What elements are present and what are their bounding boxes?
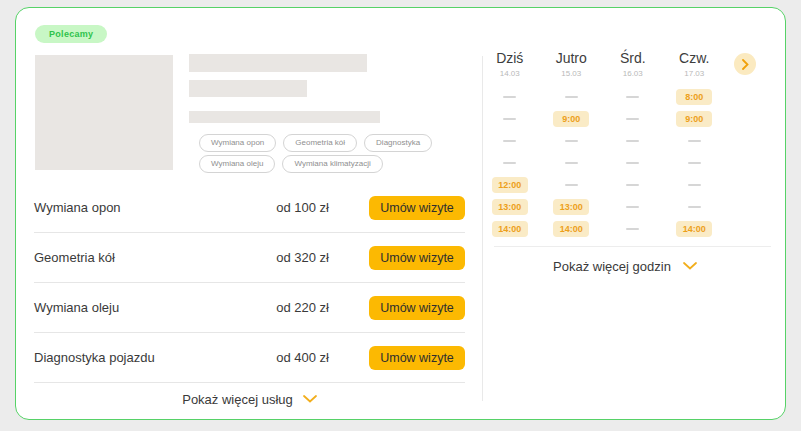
service-tags: Wymiana opon Geometria kół Diagnostyka W…: [199, 134, 459, 173]
service-row: Wymiana opon od 100 zł Umów wizyte: [34, 183, 465, 233]
time-slot[interactable]: 14:00: [553, 221, 589, 237]
time-slot: [602, 152, 664, 174]
chevron-right-icon: [742, 59, 749, 70]
service-price: od 220 zł: [237, 300, 329, 315]
time-slot: [664, 196, 726, 218]
day-header-today: Dziś 14.03: [479, 50, 541, 78]
day-date: 15.03: [541, 69, 603, 78]
time-slot: [479, 152, 541, 174]
time-slot[interactable]: 14:00: [676, 221, 712, 237]
recommended-badge: Polecamy: [35, 25, 107, 43]
time-slot: [541, 152, 603, 174]
tag-wymiana-klimatyzacji: Wymiana klimatyzacji: [282, 155, 382, 173]
calendar-day-headers: Dziś 14.03 Jutro 15.03 Śrd. 16.03 Czw. 1…: [479, 50, 725, 78]
workshop-card: Polecamy Wymiana opon Geometria kół Diag…: [15, 7, 786, 420]
time-slot: [541, 174, 603, 196]
time-slot[interactable]: 14:00: [492, 221, 528, 237]
tag-wymiana-oleju: Wymiana oleju: [199, 155, 275, 173]
time-slot[interactable]: 9:00: [676, 111, 712, 127]
day-date: 16.03: [602, 69, 664, 78]
book-visit-button[interactable]: Umów wizyte: [369, 246, 465, 270]
next-days-button[interactable]: [734, 53, 756, 75]
services-list: Wymiana opon od 100 zł Umów wizyte Geome…: [34, 183, 465, 415]
workshop-address-placeholder: [189, 111, 380, 123]
time-slot-grid: 8:009:009:0012:0013:0013:0014:0014:0014:…: [479, 86, 725, 240]
service-name: Wymiana oleju: [34, 300, 237, 315]
service-price: od 320 zł: [237, 250, 329, 265]
time-slot: [479, 108, 541, 130]
time-slot[interactable]: 8:00: [676, 89, 712, 105]
service-name: Diagnostyka pojazdu: [34, 350, 237, 365]
time-slot[interactable]: 13:00: [553, 199, 589, 215]
service-price: od 100 zł: [237, 200, 329, 215]
day-header-tomorrow: Jutro 15.03: [541, 50, 603, 78]
show-more-hours-button[interactable]: Pokaż więcej godzin: [479, 252, 771, 280]
day-date: 14.03: [479, 69, 541, 78]
hours-divider: [494, 246, 771, 247]
day-header-thu: Czw. 17.03: [664, 50, 726, 78]
tag-wymiana-opon: Wymiana opon: [199, 134, 276, 152]
time-slot[interactable]: 9:00: [553, 111, 589, 127]
time-slot: [602, 86, 664, 108]
show-more-services-button[interactable]: Pokaż więcej usług: [34, 383, 465, 415]
book-visit-button[interactable]: Umów wizyte: [369, 346, 465, 370]
time-slot: [541, 86, 603, 108]
service-row: Geometria kół od 320 zł Umów wizyte: [34, 233, 465, 283]
time-slot[interactable]: 12:00: [492, 177, 528, 193]
day-date: 17.03: [664, 69, 726, 78]
workshop-photo-placeholder: [35, 55, 173, 170]
day-label: Jutro: [541, 50, 603, 66]
workshop-title-placeholder: [189, 54, 367, 72]
time-slot: [602, 196, 664, 218]
day-label: Czw.: [664, 50, 726, 66]
show-more-services-label: Pokaż więcej usług: [182, 392, 293, 407]
book-visit-button[interactable]: Umów wizyte: [369, 196, 465, 220]
time-slot: [664, 174, 726, 196]
tag-diagnostyka: Diagnostyka: [364, 134, 432, 152]
time-slot: [664, 130, 726, 152]
workshop-subtitle-placeholder: [189, 80, 307, 97]
service-price: od 400 zł: [237, 350, 329, 365]
service-row: Diagnostyka pojazdu od 400 zł Umów wizyt…: [34, 333, 465, 383]
service-name: Geometria kół: [34, 250, 237, 265]
time-slot[interactable]: 13:00: [492, 199, 528, 215]
service-name: Wymiana opon: [34, 200, 237, 215]
time-slot: [479, 86, 541, 108]
time-slot: [664, 152, 726, 174]
time-slot: [602, 130, 664, 152]
time-slot: [479, 130, 541, 152]
service-row: Wymiana oleju od 220 zł Umów wizyte: [34, 283, 465, 333]
time-slot: [602, 108, 664, 130]
book-visit-button[interactable]: Umów wizyte: [369, 296, 465, 320]
day-label: Śrd.: [602, 50, 664, 66]
show-more-hours-label: Pokaż więcej godzin: [553, 259, 671, 274]
time-slot: [602, 218, 664, 240]
chevron-down-icon: [683, 262, 697, 270]
time-slot: [602, 174, 664, 196]
time-slot: [541, 130, 603, 152]
chevron-down-icon: [303, 395, 317, 403]
day-label: Dziś: [479, 50, 541, 66]
day-header-wed: Śrd. 16.03: [602, 50, 664, 78]
tag-geometria-kol: Geometria kół: [283, 134, 357, 152]
